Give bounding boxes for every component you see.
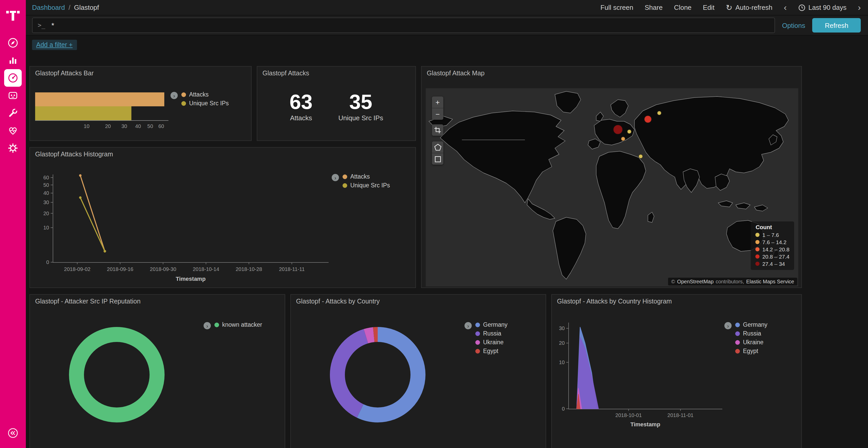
legend-item[interactable]: Egypt <box>735 348 768 354</box>
panel-title: Glastopf Attacks <box>262 70 309 77</box>
gauge-icon <box>7 72 19 83</box>
legend-swatch <box>475 340 480 345</box>
reputation-donut-chart[interactable] <box>69 327 165 423</box>
copyright-symbol: © <box>671 279 675 284</box>
attacks-histogram-chart[interactable]: 01020304050602018-09-022018-09-162018-09… <box>34 171 333 286</box>
breadcrumb-dashboard-link[interactable]: Dashboard <box>32 4 65 11</box>
sidebar-item-dev-tools[interactable] <box>4 104 22 122</box>
elastic-maps-service-link[interactable]: Elastic Maps Service <box>746 279 794 284</box>
legend-item[interactable]: Germany <box>475 321 507 328</box>
svg-text:0: 0 <box>46 260 49 265</box>
time-forward-chevron[interactable]: › <box>858 3 861 12</box>
legend-item[interactable]: known attacker <box>214 321 262 328</box>
svg-text:50: 50 <box>43 182 49 188</box>
panel-title: Glastopf - Attacker Src IP Reputation <box>35 298 141 305</box>
auto-refresh-button[interactable]: ↻ Auto-refresh <box>726 4 772 11</box>
sidebar-item-timelion[interactable] <box>4 87 22 104</box>
svg-text:2018-11-01: 2018-11-01 <box>668 412 693 418</box>
sidebar-nav <box>4 34 22 157</box>
map-zoom-in-button[interactable]: + <box>432 97 443 108</box>
telekom-logo[interactable] <box>6 0 20 29</box>
legend-item[interactable]: Ukraine <box>475 339 507 345</box>
legend-swatch <box>735 340 740 345</box>
timelion-icon <box>7 90 19 101</box>
country-legend: › GermanyRussiaUkraineEgypt <box>464 321 507 354</box>
reputation-legend: › known attacker <box>204 321 262 329</box>
legend-item[interactable]: Attacks <box>181 91 228 98</box>
svg-text:2018-09-02: 2018-09-02 <box>64 266 90 272</box>
collapse-icon <box>7 427 19 439</box>
refresh-button[interactable]: Refresh <box>812 18 861 33</box>
legend-toggle[interactable]: › <box>204 322 211 329</box>
share-button[interactable]: Share <box>645 4 662 11</box>
legend-item[interactable]: Ukraine <box>735 339 768 345</box>
legend-toggle[interactable]: › <box>464 322 472 329</box>
sidebar-item-dashboard[interactable] <box>4 69 22 87</box>
legend-item[interactable]: Unique Src IPs <box>343 182 390 188</box>
map-crop-button[interactable] <box>432 125 443 136</box>
legend-item[interactable]: Attacks <box>343 173 390 180</box>
legend-swatch <box>735 322 740 327</box>
time-back-chevron[interactable]: ‹ <box>784 3 786 12</box>
legend-item[interactable]: Russia <box>735 330 768 337</box>
legend-swatch <box>343 174 347 179</box>
legend-item[interactable]: Germany <box>735 321 768 328</box>
breadcrumb-current: Glastopf <box>74 4 99 11</box>
legend-toggle[interactable]: › <box>724 322 732 329</box>
legend-toggle[interactable]: › <box>332 174 339 181</box>
map-attribution: © OpenStreetMap contributors, Elastic Ma… <box>668 278 797 285</box>
panel-title: Glastopf - Attacks by Country <box>296 298 380 305</box>
legend-item: 1 – 7.6 <box>755 232 789 238</box>
panel-attack-map: Glastopf Attack Map <box>421 66 802 288</box>
query-prompt-icon: >_ <box>38 22 45 29</box>
panel-attacks-bar: Glastopf Attacks Bar 102030405060 › Atta… <box>29 66 252 141</box>
openstreetmap-link[interactable]: OpenStreetMap <box>677 279 714 284</box>
map-draw-polygon-button[interactable] <box>432 141 443 153</box>
svg-text:30: 30 <box>43 200 49 205</box>
map-zoom-out-button[interactable]: − <box>432 108 443 120</box>
clone-button[interactable]: Clone <box>674 4 691 11</box>
sidebar-item-visualize[interactable] <box>4 51 22 69</box>
legend-label: Ukraine <box>483 339 503 345</box>
map-zoom-controls: + − <box>432 97 443 120</box>
legend-item[interactable]: Egypt <box>475 348 507 354</box>
legend-swatch <box>475 349 480 353</box>
legend-label: 1 – 7.6 <box>762 232 779 238</box>
legend-item[interactable]: Unique Src IPs <box>181 100 228 106</box>
attacks-bar-chart[interactable]: 102030405060 <box>34 88 172 133</box>
legend-item[interactable]: Russia <box>475 330 507 337</box>
svg-text:2018-11-11: 2018-11-11 <box>279 266 305 272</box>
sidebar-item-monitoring[interactable] <box>4 122 22 139</box>
query-input[interactable] <box>51 21 769 30</box>
legend-item: 7.6 – 14.2 <box>755 239 789 245</box>
panel-src-ip-reputation: Glastopf - Attacker Src IP Reputation › … <box>29 294 285 448</box>
svg-text:Timestamp: Timestamp <box>176 276 206 282</box>
sidebar-item-discover[interactable] <box>4 34 22 51</box>
legend-swatch <box>755 240 760 244</box>
svg-text:0: 0 <box>562 406 565 412</box>
time-range-picker[interactable]: Last 90 days <box>798 4 846 11</box>
full-screen-button[interactable]: Full screen <box>600 4 633 11</box>
query-options-link[interactable]: Options <box>782 22 805 29</box>
country-histogram-chart[interactable]: 01020302018-10-012018-11-01Timestamp <box>556 317 726 430</box>
map-draw-rectangle-button[interactable] <box>432 153 443 165</box>
legend-label: Unique Src IPs <box>350 182 390 188</box>
add-filter-link[interactable]: Add a filter + <box>32 40 77 50</box>
map-canvas[interactable]: + − <box>426 88 798 286</box>
legend-swatch <box>755 233 760 237</box>
svg-text:30: 30 <box>121 123 127 129</box>
legend-label: Egypt <box>743 348 758 354</box>
legend-label: 20.8 – 27.4 <box>762 253 789 260</box>
legend-label: Russia <box>483 330 501 337</box>
panel-attacks-by-country: Glastopf - Attacks by Country › GermanyR… <box>290 294 546 448</box>
svg-text:30: 30 <box>559 325 565 331</box>
sidebar <box>0 0 26 448</box>
sidebar-item-management[interactable] <box>4 139 22 157</box>
legend-swatch <box>181 92 186 97</box>
legend-swatch <box>343 183 347 187</box>
legend-toggle[interactable]: › <box>170 92 178 99</box>
country-donut-chart[interactable] <box>330 327 426 423</box>
sidebar-collapse-button[interactable] <box>4 424 22 442</box>
edit-button[interactable]: Edit <box>703 4 715 11</box>
map-count-legend: Count 1 – 7.67.6 – 14.214.2 – 20.820.8 –… <box>751 221 794 270</box>
